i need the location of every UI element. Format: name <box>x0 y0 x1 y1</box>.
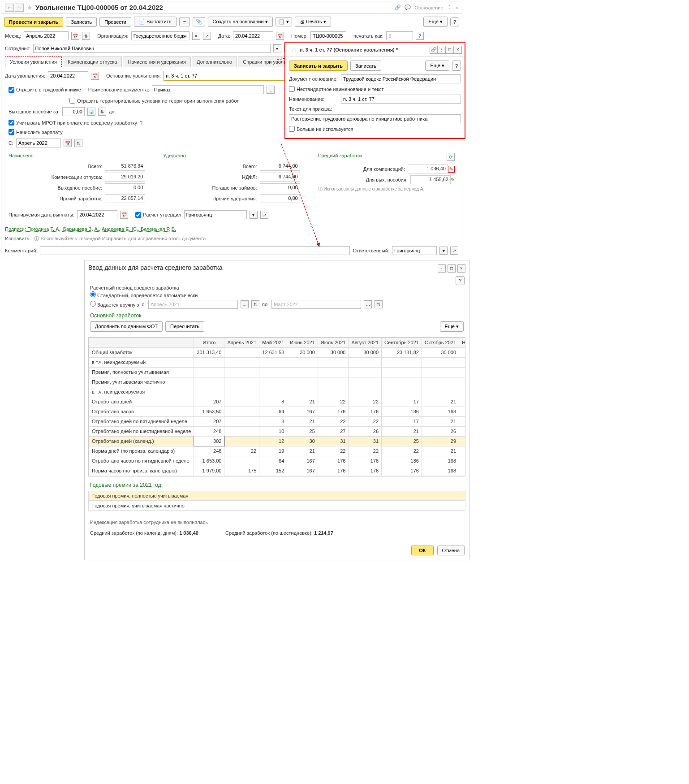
table-cell[interactable] <box>259 387 287 397</box>
table-cell[interactable]: 64 <box>259 456 287 466</box>
spinner-icon[interactable]: ⇅ <box>74 139 82 147</box>
table-cell[interactable]: 25 <box>287 426 318 436</box>
plan-date-input[interactable] <box>77 210 117 219</box>
terr-checkbox[interactable]: Отразить территориальные условия по терр… <box>69 98 239 104</box>
close-icon[interactable]: × <box>454 46 462 54</box>
num-input[interactable] <box>310 31 346 40</box>
table-cell[interactable] <box>382 387 422 397</box>
calendar-icon[interactable]: 📅 <box>120 211 128 219</box>
popup-order-text[interactable] <box>289 114 461 123</box>
table-cell[interactable] <box>224 407 259 416</box>
table-cell[interactable] <box>422 367 459 377</box>
tab-1[interactable]: Компенсации отпуска <box>63 56 122 67</box>
forward-button[interactable]: → <box>15 4 24 12</box>
table-cell[interactable]: 25 <box>382 436 422 446</box>
table-cell[interactable]: 1 979,00 <box>194 466 224 476</box>
table-cell[interactable] <box>459 446 465 456</box>
more-icon[interactable]: … <box>267 86 275 94</box>
doc-icon[interactable]: 📋 ▾ <box>276 17 292 26</box>
table-cell[interactable]: 22 <box>349 397 382 407</box>
menu-icon[interactable]: ⋮ <box>438 46 446 54</box>
popup-unused-check[interactable]: Больше не используется <box>289 126 353 132</box>
discuss-icon[interactable]: 💬 <box>405 4 411 10</box>
table-cell[interactable]: 176 <box>318 407 349 416</box>
recalc-button[interactable]: Пересчитать <box>165 321 204 332</box>
table-cell[interactable] <box>224 377 259 387</box>
table-cell[interactable]: 168 <box>422 456 459 466</box>
table-cell[interactable] <box>459 456 465 466</box>
table-cell[interactable]: 17 <box>382 397 422 407</box>
post-button[interactable]: Провести <box>99 17 131 27</box>
table-cell[interactable]: 176 <box>318 466 349 476</box>
table-cell[interactable]: 176 <box>382 466 422 476</box>
table-cell[interactable]: 168 <box>422 407 459 416</box>
maximize-icon[interactable]: □ <box>448 264 456 273</box>
create-based-button[interactable]: Создать на основании ▾ <box>208 17 273 27</box>
emp-input[interactable] <box>33 44 271 53</box>
table-cell[interactable]: 301 313,40 <box>194 347 224 357</box>
table-cell[interactable]: 22 <box>349 446 382 456</box>
table-cell[interactable]: 248 <box>194 426 224 436</box>
star-icon[interactable]: ☆ <box>291 45 297 54</box>
table-cell[interactable]: 21 <box>422 397 459 407</box>
table-cell[interactable] <box>459 367 465 377</box>
table-cell[interactable] <box>349 367 382 377</box>
mrot-checkbox[interactable]: Учитывать МРОТ при оплате по среднему за… <box>9 120 137 126</box>
table-cell[interactable] <box>459 357 465 367</box>
fill-button[interactable]: Дополнить по данным ФОТ <box>90 321 163 332</box>
table-cell[interactable] <box>459 416 465 426</box>
table-cell[interactable] <box>224 416 259 426</box>
table-cell[interactable]: 167 <box>287 407 318 416</box>
table-cell[interactable]: 176 <box>318 456 349 466</box>
table-cell[interactable]: 8 <box>259 397 287 407</box>
dropdown-icon[interactable]: ▾ <box>192 32 200 40</box>
spinner-icon[interactable]: ⇅ <box>98 108 106 116</box>
table-cell[interactable]: 30 000 <box>318 347 349 357</box>
table-cell[interactable]: 175 <box>224 466 259 476</box>
table-cell[interactable] <box>318 357 349 367</box>
table-cell[interactable] <box>224 436 259 446</box>
help-icon[interactable]: ? <box>416 32 424 40</box>
list-icon[interactable]: ☰ <box>179 17 190 26</box>
table-cell[interactable]: 22 <box>318 446 349 456</box>
save-button[interactable]: Записать <box>66 17 97 27</box>
table-cell[interactable] <box>259 377 287 387</box>
table-cell[interactable] <box>287 357 318 367</box>
appr-input[interactable] <box>184 210 247 219</box>
bonus-row-1[interactable]: Годовая премия, полностью учитываемая <box>88 491 465 501</box>
table-cell[interactable]: 136 <box>382 407 422 416</box>
table-cell[interactable] <box>224 347 259 357</box>
manual-radio[interactable]: Задается вручную <box>90 301 139 308</box>
link-icon[interactable]: 🔗 <box>395 4 401 10</box>
table-cell[interactable]: 152 <box>259 466 287 476</box>
table-cell[interactable]: 22 <box>224 446 259 456</box>
table-cell[interactable]: 1 653,00 <box>194 456 224 466</box>
menu-icon[interactable]: ⋮ <box>438 264 446 273</box>
pencil-icon[interactable]: ✎ <box>451 177 455 183</box>
table-cell[interactable] <box>349 377 382 387</box>
spinner-icon[interactable]: ⇅ <box>82 32 90 40</box>
org-input[interactable] <box>131 31 189 40</box>
popup-save-close[interactable]: Записать и закрыть <box>289 61 348 71</box>
help-button[interactable]: ? <box>450 17 459 26</box>
table-cell[interactable] <box>459 347 465 357</box>
popup-doc[interactable] <box>341 74 461 83</box>
table-cell[interactable]: 207 <box>194 416 224 426</box>
table-cell[interactable] <box>259 367 287 377</box>
table-cell[interactable]: 21 <box>422 446 459 456</box>
p2-more[interactable]: Еще ▾ <box>440 321 464 332</box>
attach-icon[interactable]: 📎 <box>193 17 205 26</box>
table-cell[interactable]: 30 000 <box>349 347 382 357</box>
open-icon[interactable]: ↗ <box>260 211 268 219</box>
signatures-link[interactable]: Подписи: Погодина Т. А., Барышева З. А.,… <box>5 226 176 232</box>
table-cell[interactable]: 31 <box>318 436 349 446</box>
table-cell[interactable] <box>459 407 465 416</box>
calendar-icon[interactable]: 📅 <box>64 139 72 147</box>
table-cell[interactable] <box>318 377 349 387</box>
refresh-icon[interactable]: ⟳ <box>447 153 455 161</box>
bonus-row-2[interactable]: Годовая премия, учитываемая частично <box>88 501 465 511</box>
comment-input[interactable] <box>40 246 350 255</box>
table-cell[interactable] <box>459 436 465 446</box>
table-cell[interactable]: 207 <box>194 397 224 407</box>
appr-checkbox[interactable]: Расчет утвердил <box>135 212 181 218</box>
